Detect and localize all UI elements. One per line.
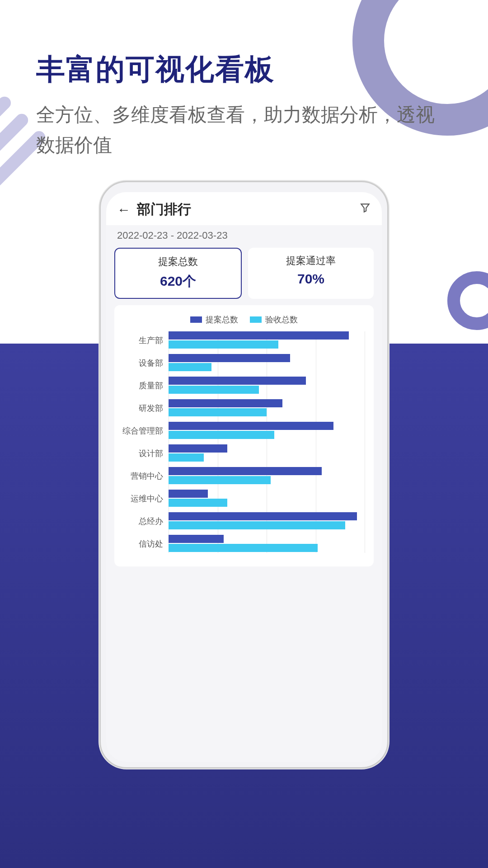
chart-area: 生产部设备部质量部研发部综合管理部设计部营销中心运维中心总经办信访处 — [119, 331, 369, 553]
app-header: ← 部门排行 — [106, 192, 382, 225]
chart-bar — [169, 377, 306, 385]
phone-screen: ← 部门排行 2022-02-23 - 2022-03-23 提案总数 620个… — [106, 192, 382, 762]
chart-row-label: 设备部 — [119, 354, 166, 372]
chart-bar — [169, 467, 322, 475]
chart-row: 信访处 — [169, 535, 365, 553]
chart-row: 生产部 — [169, 331, 365, 349]
chart-row: 总经办 — [169, 512, 365, 530]
chart-bar — [169, 544, 318, 552]
chart-legend: 提案总数 验收总数 — [119, 314, 369, 325]
chart-row: 综合管理部 — [169, 422, 365, 440]
legend-label: 验收总数 — [265, 314, 298, 325]
chart-row-label: 设计部 — [119, 444, 166, 462]
chart-bar — [169, 363, 211, 371]
stat-card-total[interactable]: 提案总数 620个 — [114, 248, 242, 299]
chart-bar — [169, 331, 349, 340]
chart-bar — [169, 354, 290, 362]
marketing-subhead: 全方位、多维度看板查看，助力数据分析，透视数据价值 — [36, 99, 452, 160]
chart-bar — [169, 521, 345, 529]
decorative-ring-right — [447, 271, 488, 330]
chart-row-label: 生产部 — [119, 331, 166, 349]
chart-bar — [169, 408, 267, 416]
chart-row-label: 综合管理部 — [119, 422, 166, 440]
page-title: 部门排行 — [137, 200, 191, 219]
legend-item-series1: 提案总数 — [190, 314, 238, 325]
legend-swatch-icon — [190, 316, 202, 323]
stat-card-pass-rate[interactable]: 提案通过率 70% — [248, 248, 374, 299]
chart-bar — [169, 431, 274, 439]
chart-bar — [169, 399, 282, 407]
stat-cards-row: 提案总数 620个 提案通过率 70% — [106, 248, 382, 305]
date-range: 2022-02-23 - 2022-03-23 — [106, 225, 382, 248]
legend-label: 提案总数 — [206, 314, 238, 325]
stat-label: 提案通过率 — [253, 254, 369, 268]
chart-bar — [169, 422, 333, 430]
chart-row: 营销中心 — [169, 467, 365, 485]
stat-value: 620个 — [120, 272, 236, 291]
chart-bar — [169, 490, 208, 498]
chart-row: 设计部 — [169, 444, 365, 462]
chart-row-label: 研发部 — [119, 399, 166, 417]
stat-value: 70% — [253, 271, 369, 287]
back-arrow-icon[interactable]: ← — [117, 202, 131, 217]
chart-row-label: 营销中心 — [119, 467, 166, 485]
chart-row: 设备部 — [169, 354, 365, 372]
chart-bar — [169, 512, 357, 520]
chart-row: 运维中心 — [169, 490, 365, 508]
chart-bar — [169, 535, 224, 543]
chart-row-label: 质量部 — [119, 377, 166, 395]
stat-label: 提案总数 — [120, 255, 236, 269]
chart-row-label: 总经办 — [119, 512, 166, 530]
chart-bar — [169, 499, 227, 507]
chart-bar — [169, 340, 278, 349]
chart-row: 研发部 — [169, 399, 365, 417]
chart-row-label: 运维中心 — [119, 490, 166, 508]
chart-bar — [169, 476, 271, 484]
chart-row: 质量部 — [169, 377, 365, 395]
legend-swatch-icon — [250, 316, 262, 323]
legend-item-series2: 验收总数 — [250, 314, 298, 325]
chart-bar — [169, 444, 227, 453]
chart-panel: 提案总数 验收总数 生产部设备部质量部研发部综合管理部设计部营销中心运维中心总经… — [114, 305, 374, 566]
marketing-headline: 丰富的可视化看板 — [36, 50, 275, 89]
phone-mockup: ← 部门排行 2022-02-23 - 2022-03-23 提案总数 620个… — [99, 181, 389, 769]
chart-bar — [169, 386, 259, 394]
chart-bar — [169, 453, 204, 462]
filter-icon[interactable] — [359, 202, 371, 217]
chart-row-label: 信访处 — [119, 535, 166, 553]
